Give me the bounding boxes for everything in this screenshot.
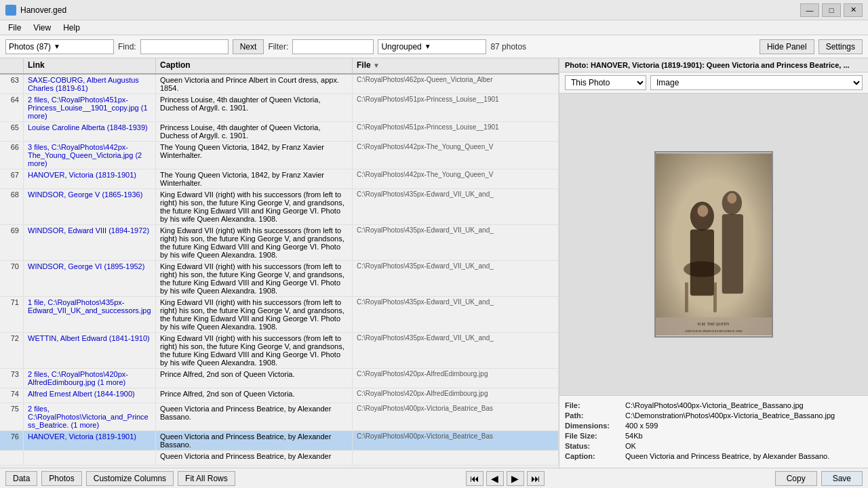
cell-link[interactable] bbox=[24, 451, 156, 465]
close-button[interactable]: ✕ bbox=[844, 3, 863, 17]
cell-link[interactable]: WINDSOR, Edward VIII (1894-1972) bbox=[24, 225, 156, 260]
right-panel: Photo: HANOVER, Victoria (1819-1901): Qu… bbox=[559, 58, 868, 468]
cell-caption: Prince Alfred, 2nd son of Queen Victoria… bbox=[156, 388, 353, 403]
th-file[interactable]: File ▼ bbox=[353, 58, 559, 73]
menu-view[interactable]: View bbox=[28, 22, 56, 34]
photo-select[interactable]: This Photo All Photos bbox=[565, 75, 646, 90]
table-row[interactable]: 74Alfred Ernest Albert (1844-1900)Prince… bbox=[0, 388, 559, 403]
cell-link[interactable]: 3 files, C:\RoyalPhotos\442px-The_Young_… bbox=[24, 142, 156, 169]
cell-link[interactable]: 2 files, C:\RoyalPhotos\420px-AlfredEdim… bbox=[24, 369, 156, 388]
cell-link[interactable]: 2 files, C:\RoyalPhotos\Victoria_and_Pri… bbox=[24, 403, 156, 430]
find-label: Find: bbox=[118, 42, 136, 52]
data-button[interactable]: Data bbox=[5, 471, 37, 486]
cell-link[interactable]: WINDSOR, George VI (1895-1952) bbox=[24, 261, 156, 296]
table-row[interactable]: 732 files, C:\RoyalPhotos\420px-AlfredEd… bbox=[0, 369, 559, 388]
cell-num: 73 bbox=[0, 369, 24, 388]
table-row[interactable]: 663 files, C:\RoyalPhotos\442px-The_Youn… bbox=[0, 142, 559, 169]
fit-all-rows-button[interactable]: Fit All Rows bbox=[178, 471, 235, 486]
first-page-button[interactable]: ⏮ bbox=[466, 471, 484, 486]
svg-rect-5 bbox=[722, 214, 743, 293]
table-row[interactable]: 72WETTIN, Albert Edward (1841-1910)King … bbox=[0, 333, 559, 369]
save-button[interactable]: Save bbox=[821, 471, 863, 486]
cell-file: C:\RoyalPhotos\435px-Edward_VII_UK_and_ bbox=[353, 261, 559, 296]
svg-rect-12 bbox=[713, 283, 717, 312]
cell-link[interactable]: SAXE-COBURG, Albert Augustus Charles (18… bbox=[24, 75, 156, 94]
table-row[interactable]: 752 files, C:\RoyalPhotos\Victoria_and_P… bbox=[0, 403, 559, 431]
svg-text:H.M. THE QUEEN: H.M. THE QUEEN bbox=[698, 322, 730, 326]
cell-caption: Queen Victoria and Prince Albert in Cour… bbox=[156, 75, 353, 94]
minimize-button[interactable]: — bbox=[800, 3, 819, 17]
menu-file[interactable]: File bbox=[3, 22, 26, 34]
prev-page-button[interactable]: ◀ bbox=[486, 471, 504, 486]
cell-num: 65 bbox=[0, 122, 24, 141]
info-row-dimensions: Dimensions: 400 x 599 bbox=[565, 422, 863, 430]
cell-num: 67 bbox=[0, 169, 24, 188]
path-label: Path: bbox=[565, 411, 623, 420]
cell-link[interactable]: WINDSOR, George V (1865-1936) bbox=[24, 189, 156, 224]
group-dropdown[interactable]: Ungrouped ▼ bbox=[378, 39, 486, 54]
cell-file: C:\RoyalPhotos\420px-AlfredEdimbourg.jpg bbox=[353, 369, 559, 388]
menu-help[interactable]: Help bbox=[58, 22, 85, 34]
cell-link[interactable]: 2 files, C:\RoyalPhotos\451px-Princess_L… bbox=[24, 94, 156, 121]
cell-link[interactable]: Alfred Ernest Albert (1844-1900) bbox=[24, 388, 156, 403]
cell-caption: Queen Victoria and Princess Beatrice, by… bbox=[156, 431, 353, 450]
cell-link[interactable]: HANOVER, Victoria (1819-1901) bbox=[24, 431, 156, 450]
th-link[interactable]: Link bbox=[24, 58, 156, 73]
table-row[interactable]: 68WINDSOR, George V (1865-1936)King Edwa… bbox=[0, 189, 559, 225]
svg-point-8 bbox=[698, 205, 709, 217]
table-row[interactable]: 63SAXE-COBURG, Albert Augustus Charles (… bbox=[0, 75, 559, 94]
next-page-button[interactable]: ▶ bbox=[507, 471, 524, 486]
cell-file: C:\RoyalPhotos\435px-Edward_VII_UK_and_ bbox=[353, 297, 559, 332]
cell-caption: Queen Victoria and Princess Beatrice, by… bbox=[156, 451, 353, 465]
th-num[interactable] bbox=[0, 58, 24, 73]
filter-label: Filter: bbox=[268, 42, 288, 52]
cell-file: C:\RoyalPhotos\435px-Edward_VII_UK_and_ bbox=[353, 333, 559, 368]
cell-file: C:\RoyalPhotos\442px-The_Young_Queen_V bbox=[353, 169, 559, 188]
maximize-button[interactable]: □ bbox=[822, 3, 841, 17]
file-value: C:\RoyalPhotos\400px-Victoria_Beatrice_B… bbox=[625, 401, 863, 409]
table-row[interactable]: 711 file, C:\RoyalPhotos\435px-Edward_VI… bbox=[0, 297, 559, 333]
photos-dropdown[interactable]: Photos (87) ▼ bbox=[5, 39, 114, 54]
table-row[interactable]: 70WINDSOR, George VI (1895-1952)King Edw… bbox=[0, 261, 559, 297]
cell-file: C:\RoyalPhotos\400px-Victoria_Beatrice_B… bbox=[353, 403, 559, 430]
cell-file: C:\RoyalPhotos\435px-Edward_VII_UK_and_ bbox=[353, 189, 559, 224]
table-row[interactable]: Queen Victoria and Princess Beatrice, by… bbox=[0, 451, 559, 466]
find-input[interactable] bbox=[140, 39, 229, 54]
svg-point-9 bbox=[728, 193, 737, 204]
table-row[interactable]: 67HANOVER, Victoria (1819-1901)The Young… bbox=[0, 169, 559, 189]
image-type-select[interactable]: Image Document bbox=[650, 75, 863, 90]
customize-columns-button[interactable]: Customize Columns bbox=[86, 471, 174, 486]
filter-input[interactable] bbox=[292, 39, 374, 54]
table-row[interactable]: 65Louise Caroline Alberta (1848-1939)Pri… bbox=[0, 122, 559, 142]
cell-num: 66 bbox=[0, 142, 24, 169]
photo-image: H.M. THE QUEEN AND H.R.H. PRINCESS BEATR… bbox=[654, 151, 773, 338]
svg-point-10 bbox=[684, 261, 721, 277]
caption-value: Queen Victoria and Princess Beatrice, by… bbox=[625, 452, 863, 460]
photos-button[interactable]: Photos bbox=[41, 471, 81, 486]
cell-link[interactable]: 1 file, C:\RoyalPhotos\435px-Edward_VII_… bbox=[24, 297, 156, 332]
next-button[interactable]: Next bbox=[233, 39, 264, 54]
hide-panel-button[interactable]: Hide Panel bbox=[760, 39, 814, 54]
cell-num: 71 bbox=[0, 297, 24, 332]
dimensions-value: 400 x 599 bbox=[625, 422, 863, 430]
table-row[interactable]: 69WINDSOR, Edward VIII (1894-1972)King E… bbox=[0, 225, 559, 261]
cell-link[interactable]: WETTIN, Albert Edward (1841-1910) bbox=[24, 333, 156, 368]
cell-file: C:\RoyalPhotos\420px-AlfredEdimbourg.jpg bbox=[353, 388, 559, 403]
photos-dropdown-arrow: ▼ bbox=[54, 43, 60, 50]
cell-link[interactable]: HANOVER, Victoria (1819-1901) bbox=[24, 169, 156, 188]
copy-button[interactable]: Copy bbox=[775, 471, 817, 486]
cell-caption: Princess Louise, 4th daughter of Queen V… bbox=[156, 122, 353, 141]
table-header: Link Caption File ▼ bbox=[0, 58, 559, 75]
filesize-value: 54Kb bbox=[625, 432, 863, 440]
table-row[interactable]: 642 files, C:\RoyalPhotos\451px-Princess… bbox=[0, 94, 559, 122]
cell-caption: King Edward VII (right) with his success… bbox=[156, 261, 353, 296]
bottom-bar: Data Photos Customize Columns Fit All Ro… bbox=[0, 468, 868, 488]
cell-link[interactable]: Louise Caroline Alberta (1848-1939) bbox=[24, 122, 156, 141]
table-row[interactable]: 76HANOVER, Victoria (1819-1901)Queen Vic… bbox=[0, 431, 559, 451]
last-page-button[interactable]: ⏭ bbox=[527, 471, 545, 486]
caption-label: Caption: bbox=[565, 452, 623, 460]
filesize-label: File Size: bbox=[565, 432, 623, 440]
th-caption[interactable]: Caption bbox=[156, 58, 353, 73]
cell-num: 72 bbox=[0, 333, 24, 368]
settings-button[interactable]: Settings bbox=[818, 39, 863, 54]
